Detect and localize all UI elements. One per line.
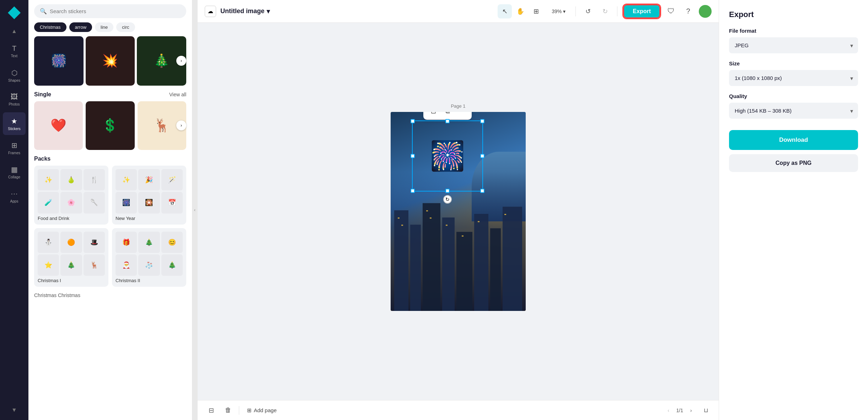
doc-title-text: Untitled image (220, 7, 264, 15)
topbar: ☁ Untitled image ▾ ↖ ✋ ⊞ 39% ▾ ↺ ↻ Expor… (198, 0, 719, 23)
zoom-control[interactable]: 39% ▾ (547, 6, 570, 16)
single-sticker-grid: ❤️ 💲 🦌 (34, 101, 186, 150)
pack-grid: ✨ 🍐 🍴 🧪 🌸 🥄 Food and Drink ✨ 🎉 🪄 🎆 🎇 (34, 166, 186, 287)
copy-png-button[interactable]: Copy as PNG (729, 154, 858, 172)
undo-button[interactable]: ↺ (582, 5, 594, 18)
stickers-icon: ★ (11, 117, 17, 125)
help-button[interactable]: ? (682, 5, 695, 18)
pack-food-stickers: ✨ 🍐 🍴 🧪 🌸 🥄 (38, 169, 105, 214)
pack-mini-6: 🥄 (84, 192, 105, 213)
sidebar-item-shapes[interactable]: ⬡ Shapes (3, 64, 26, 87)
tag-christmas[interactable]: Christmas (34, 22, 66, 32)
svg-rect-6 (490, 228, 501, 311)
select-tool-button[interactable]: ↖ (498, 4, 512, 18)
more-options-button[interactable]: ··· (455, 112, 468, 118)
file-format-select[interactable]: JPEG PNG SVG PDF (729, 37, 858, 53)
pack-mini-1: ✨ (38, 169, 59, 190)
grid-tool-button[interactable]: ⊞ (529, 4, 543, 18)
handle-top-middle[interactable] (445, 119, 450, 123)
file-format-label: File format (729, 28, 858, 34)
sidebar-item-stickers[interactable]: ★ Stickers (3, 112, 26, 135)
scroll-next-button[interactable]: › (176, 56, 186, 66)
panel-collapse-handle[interactable]: ‹ (192, 0, 198, 420)
pack-xmas2-name: Christmas II (116, 278, 183, 283)
single-view-all[interactable]: View all (169, 92, 186, 97)
svg-rect-12 (446, 225, 448, 226)
pack-christmas-1[interactable]: ⛄ 🟠 🎩 ⭐ 🎄 🦌 Christmas I (34, 228, 108, 287)
sidebar-item-frames[interactable]: ⊞ Frames (3, 136, 26, 159)
add-page-label: Add page (254, 407, 277, 413)
fullscreen-button[interactable]: ⊔ (700, 405, 712, 416)
rotate-handle[interactable]: ↻ (443, 195, 452, 204)
handle-middle-right[interactable] (480, 154, 484, 158)
sidebar-item-apps[interactable]: ⋯ Apps (3, 185, 26, 208)
sidebar-item-photos[interactable]: 🖼 Photos (3, 88, 26, 111)
page-indicator: 1/1 (676, 408, 683, 413)
pack-x2-1: 🎁 (116, 232, 137, 253)
user-avatar[interactable] (699, 5, 712, 18)
sticker-sale[interactable]: 💲 (86, 101, 134, 150)
tag-line[interactable]: line (95, 22, 113, 32)
quality-select-wrapper: High (154 KB – 308 KB) Medium Low ▾ (729, 103, 858, 119)
hand-tool-button[interactable]: ✋ (513, 4, 527, 18)
next-page-button[interactable]: › (686, 405, 696, 415)
handle-top-right[interactable] (480, 119, 484, 123)
sticker-content: 🎆 💥 🎄 › Single View all ❤️ 💲 🦌 › Packs (28, 36, 192, 420)
single-scroll-next[interactable]: › (176, 120, 186, 130)
redo-button[interactable]: ↻ (599, 5, 611, 18)
svg-rect-13 (462, 236, 464, 237)
pack-ny-4: 🎆 (116, 192, 137, 213)
shield-button[interactable]: 🛡 (665, 5, 677, 18)
delete-icon-button[interactable]: 🗑 (222, 404, 235, 417)
quality-select[interactable]: High (154 KB – 308 KB) Medium Low (729, 103, 858, 119)
pack-x1-5: 🎄 (60, 254, 82, 276)
pack-x1-2: 🟠 (60, 232, 82, 253)
apps-icon: ⋯ (11, 189, 18, 198)
photos-icon: 🖼 (11, 93, 18, 101)
pack-ny-3: 🪄 (161, 169, 183, 190)
export-button[interactable]: Export (623, 4, 660, 18)
crop-button[interactable]: ⊡ (427, 112, 440, 118)
collage-icon: ▦ (11, 165, 18, 174)
handle-top-left[interactable] (411, 119, 415, 123)
svg-rect-9 (401, 225, 403, 226)
sticker-star[interactable]: 💥 (86, 36, 135, 86)
add-page-icon: ⊞ (247, 407, 252, 414)
pack-x2-5: 🧦 (138, 254, 160, 276)
canvas-background[interactable]: ⊡ ⧉ ··· 🎆 ↻ (391, 112, 526, 311)
topbar-divider-1 (575, 6, 576, 16)
pack-xmas2-stickers: 🎁 🎄 😊 🎅 🧦 🎄 (116, 232, 183, 276)
prev-page-button[interactable]: ‹ (664, 405, 674, 415)
sticker-heart[interactable]: ❤️ (34, 101, 83, 150)
buildings-svg (391, 182, 526, 311)
size-select[interactable]: 1x (1080 x 1080 px) 2x (2160 x 2160 px) … (729, 70, 858, 86)
svg-rect-11 (430, 217, 432, 219)
handle-bottom-right[interactable] (480, 189, 484, 193)
pack-new-year[interactable]: ✨ 🎉 🪄 🎆 🎇 📅 New Year (112, 166, 186, 225)
logo[interactable] (6, 4, 23, 21)
sidebar-item-text[interactable]: T Text (3, 40, 26, 63)
handle-bottom-left[interactable] (411, 189, 415, 193)
handle-bottom-middle[interactable] (445, 189, 450, 193)
pack-food-drink[interactable]: ✨ 🍐 🍴 🧪 🌸 🥄 Food and Drink (34, 166, 108, 225)
text-icon: T (12, 44, 16, 53)
sidebar-item-collage[interactable]: ▦ Collage (3, 161, 26, 183)
search-input[interactable] (50, 8, 181, 14)
add-page-button[interactable]: ⊞ Add page (243, 405, 280, 416)
download-button[interactable]: Download (729, 130, 858, 150)
frame-icon-button[interactable]: ⊟ (205, 404, 218, 417)
nav-scroll-up[interactable]: ▲ (9, 26, 20, 37)
sticker-firework[interactable]: 🎆 (34, 36, 84, 86)
export-panel: Export File format JPEG PNG SVG PDF ▾ Si… (719, 0, 868, 420)
handle-middle-left[interactable] (411, 154, 415, 158)
nav-scroll-down[interactable]: ▼ (9, 404, 20, 416)
shapes-icon: ⬡ (11, 69, 17, 77)
quality-label: Quality (729, 93, 858, 99)
sticker-selection-box[interactable]: ⊡ ⧉ ··· 🎆 ↻ (412, 120, 483, 192)
doc-title-button[interactable]: Untitled image ▾ (220, 7, 270, 15)
main-area: ☁ Untitled image ▾ ↖ ✋ ⊞ 39% ▾ ↺ ↻ Expor… (198, 0, 719, 420)
tag-arrow[interactable]: arrow (69, 22, 92, 32)
copy-button[interactable]: ⧉ (441, 112, 454, 118)
tag-circ[interactable]: circ (116, 22, 135, 32)
pack-christmas-2[interactable]: 🎁 🎄 😊 🎅 🧦 🎄 Christmas II (112, 228, 186, 287)
